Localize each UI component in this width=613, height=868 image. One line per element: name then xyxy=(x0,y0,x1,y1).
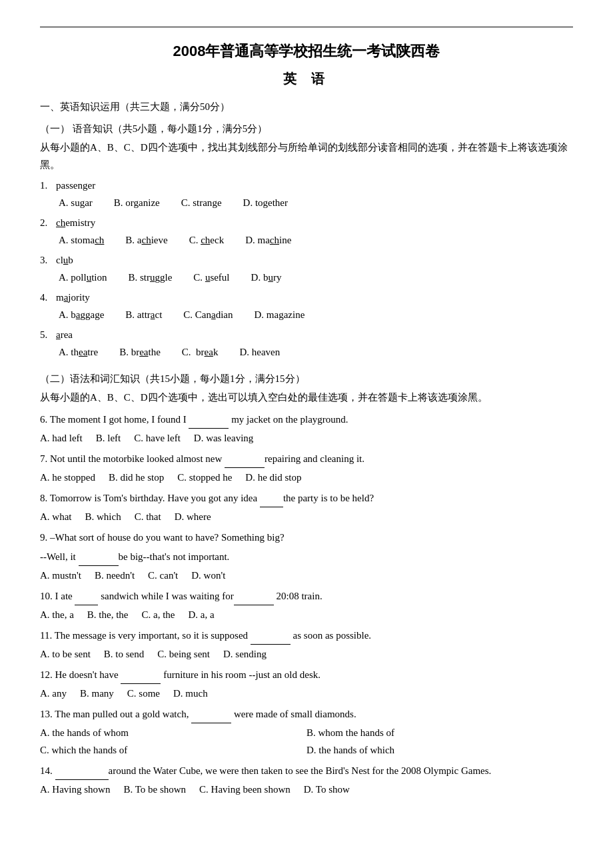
q5-num: 5. xyxy=(40,327,56,343)
q11-optD: D. sending xyxy=(223,646,267,662)
part1-instruction: 从每小题的A、B、C、D四个选项中，找出其划线部分与所给单词的划线部分读音相同的… xyxy=(40,139,573,173)
q13-optD: D. the hands of which xyxy=(306,742,573,758)
q1-optD: D. together xyxy=(243,195,288,211)
q8-text2: the party is to be held? xyxy=(283,493,374,503)
q11-text2: as soon as possible. xyxy=(291,630,371,641)
part2-instruction: 从每小题的A、B、C、D四个选项中，选出可以填入空白处的最佳选项，并在答题卡上将… xyxy=(40,389,573,407)
q12-text2: furniture in his room --just an old desk… xyxy=(161,669,320,680)
q5-optD: D. heaven xyxy=(239,344,280,360)
q2-word: chemistry xyxy=(56,215,95,231)
q11-blank xyxy=(251,635,291,645)
q4-optD: D. magazine xyxy=(255,307,305,323)
q1-optB: B. organize xyxy=(114,195,160,211)
q10-blank1 xyxy=(75,595,98,605)
q14-optB: B. To be shown xyxy=(123,781,186,797)
q7-optB: B. did he stop xyxy=(109,469,164,485)
q9-optC: C. can't xyxy=(148,567,178,583)
question-4: 4. majority A. baggage B. attract C. Can… xyxy=(40,289,573,323)
q11-optA: A. to be sent xyxy=(40,646,91,662)
q13-blank xyxy=(191,713,231,723)
q9-text3: be big--that's not important. xyxy=(119,551,230,562)
q9-optA: A. mustn't xyxy=(40,567,81,583)
q12-optA: A. any xyxy=(40,685,67,701)
q12-blank xyxy=(121,674,161,684)
q9-blank xyxy=(79,556,119,566)
q6-text2: my jacket on the playground. xyxy=(229,414,348,425)
q3-optC: C. useful xyxy=(193,269,229,285)
title-sub: 英 语 xyxy=(40,68,573,89)
q11-num: 11. The message is very important, so it… xyxy=(40,630,251,641)
q12-optD: D. much xyxy=(173,685,208,701)
question-11: 11. The message is very important, so it… xyxy=(40,627,573,662)
q14-optC: C. Having been shown xyxy=(199,781,291,797)
q7-optA: A. he stopped xyxy=(40,469,95,485)
q10-blank2 xyxy=(234,595,274,605)
q4-optC: C. Canadian xyxy=(183,307,233,323)
q5-options: A. theatre B. breathe C. break D. heaven xyxy=(59,344,573,360)
q12-optC: C. some xyxy=(127,685,160,701)
q14-options: A. Having shown B. To be shown C. Having… xyxy=(40,781,573,797)
q10-text3: 20:08 train. xyxy=(274,591,322,601)
q8-optA: A. what xyxy=(40,509,72,525)
q4-word: majority xyxy=(56,289,90,305)
q3-optD: D. bury xyxy=(251,269,282,285)
question-13: 13. The man pulled out a gold watch, wer… xyxy=(40,705,573,758)
q2-optC: C. check xyxy=(189,232,225,248)
q6-optA: A. had left xyxy=(40,430,83,446)
q11-options: A. to be sent B. to send C. being sent D… xyxy=(40,646,573,662)
question-9: 9. –What sort of house do you want to ha… xyxy=(40,529,573,583)
q8-num: 8. Tomorrow is Tom's birthday. Have you … xyxy=(40,493,260,503)
part1-header: （一） 语音知识（共5小题，每小题1分，满分5分） xyxy=(40,121,573,137)
q14-optA: A. Having shown xyxy=(40,781,110,797)
q1-num: 1. xyxy=(40,177,56,193)
question-8: 8. Tomorrow is Tom's birthday. Have you … xyxy=(40,489,573,525)
q8-options: A. what B. which C. that D. where xyxy=(40,509,573,525)
q13-options: A. the hands of whom B. whom the hands o… xyxy=(40,725,573,758)
q8-optB: B. which xyxy=(85,509,121,525)
q4-optA: A. baggage xyxy=(59,307,104,323)
q8-optC: C. that xyxy=(135,509,161,525)
q1-optA: A. sugar xyxy=(59,195,93,211)
q5-optC: C. break xyxy=(182,344,219,360)
q4-options: A. baggage B. attract C. Canadian D. mag… xyxy=(59,307,573,323)
question-12: 12. He doesn't have furniture in his roo… xyxy=(40,666,573,701)
question-14: 14. around the Water Cube, we were then … xyxy=(40,762,573,797)
q6-optD: D. was leaving xyxy=(194,430,254,446)
q10-optC: C. a, the xyxy=(141,607,175,623)
q14-num: 14. xyxy=(40,765,55,776)
q10-optD: D. a, a xyxy=(188,607,214,623)
q5-optB: B. breathe xyxy=(119,344,161,360)
q14-text: around the Water Cube, we were then take… xyxy=(109,765,492,776)
question-1: 1. passenger A. sugar B. organize C. str… xyxy=(40,177,573,211)
top-line xyxy=(40,27,573,27)
q10-num: 10. I ate xyxy=(40,591,75,601)
question-3: 3. club A. pollution B. struggle C. usef… xyxy=(40,252,573,285)
q9-text2: --Well, it xyxy=(40,551,79,562)
q11-optB: B. to send xyxy=(104,646,144,662)
q2-num: 2. xyxy=(40,215,56,231)
q10-optB: B. the, the xyxy=(87,607,129,623)
q4-optB: B. attract xyxy=(125,307,162,323)
q10-text2: sandwich while I was waiting for xyxy=(98,591,233,601)
q12-options: A. any B. many C. some D. much xyxy=(40,685,573,701)
q3-options: A. pollution B. struggle C. useful D. bu… xyxy=(59,269,573,285)
q9-optB: B. needn't xyxy=(95,567,135,583)
q1-options: A. sugar B. organize C. strange D. toget… xyxy=(59,195,573,211)
q13-optC: C. which the hands of xyxy=(40,742,306,758)
q8-blank xyxy=(260,497,283,507)
q9-options: A. mustn't B. needn't C. can't D. won't xyxy=(40,567,573,583)
part2-header: （二）语法和词汇知识（共15小题，每小题1分，满分15分） xyxy=(40,371,573,387)
q7-blank xyxy=(225,458,265,468)
q8-optD: D. where xyxy=(175,509,211,525)
q3-optB: B. struggle xyxy=(129,269,173,285)
q7-text2: repairing and cleaning it. xyxy=(265,453,364,464)
q2-optA: A. stomach xyxy=(59,232,104,248)
q13-text2: were made of small diamonds. xyxy=(231,709,356,719)
q13-optB: B. whom the hands of xyxy=(306,725,573,741)
q9-optD: D. won't xyxy=(191,567,225,583)
q2-optD: D. machine xyxy=(245,232,291,248)
q13-optA: A. the hands of whom xyxy=(40,725,306,741)
q10-optA: A. the, a xyxy=(40,607,74,623)
q7-optD: D. he did stop xyxy=(245,469,301,485)
title-main: 2008年普通高等学校招生统一考试陕西卷 xyxy=(40,39,573,63)
